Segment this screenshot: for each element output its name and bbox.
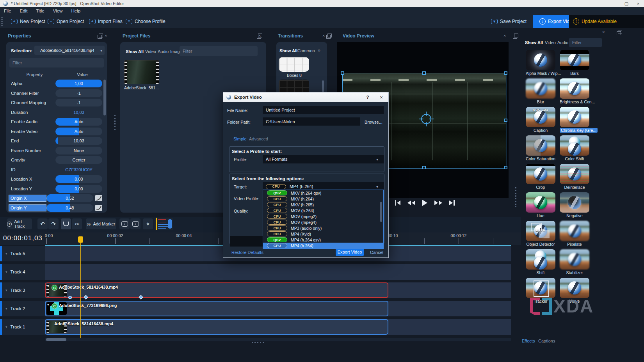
effect-item[interactable]: Color Saturation: [526, 135, 555, 161]
effect-item[interactable]: Alpha Mask / Wip...: [526, 50, 555, 76]
property-value-pill[interactable]: 10,03: [55, 137, 102, 145]
transitions-tab-common[interactable]: Common: [297, 48, 315, 53]
property-row[interactable]: ID GZF320HC0Y: [6, 165, 102, 175]
effect-item[interactable]: Brightness & Con...: [560, 78, 589, 104]
effect-item[interactable]: Crop: [526, 164, 555, 190]
dropdown-item[interactable]: QSV MP4 (h.264 qsv): [263, 237, 383, 243]
effect-thumbnail[interactable]: [526, 135, 555, 156]
snapping-toggle[interactable]: [61, 218, 71, 229]
tab-show-all[interactable]: Show All: [126, 49, 144, 54]
effect-thumbnail[interactable]: ABC 123: [526, 107, 555, 127]
transform-handle-top-right[interactable]: [504, 71, 507, 75]
property-row[interactable]: Location Y 0,00: [6, 184, 102, 194]
tab-advanced[interactable]: Advanced: [249, 137, 268, 141]
track-chevron-icon[interactable]: ▾: [5, 288, 7, 292]
dropdown-item[interactable]: CPU MP4 (Xvid): [263, 231, 383, 237]
property-row[interactable]: Origin Y 0,48: [6, 203, 102, 213]
selection-combo[interactable]: AdobeStock_581416438.mp4 ▾: [34, 46, 105, 55]
property-value-pill[interactable]: Auto: [55, 118, 102, 126]
effect-item[interactable]: Pixelate: [560, 221, 589, 247]
effect-thumbnail[interactable]: [560, 221, 589, 241]
import-files-button[interactable]: + Import Files: [89, 15, 123, 28]
menu-file[interactable]: File: [4, 9, 11, 13]
transform-handle-top-center[interactable]: [422, 71, 426, 75]
choose-profile-button[interactable]: ≡ Choose Profile: [126, 15, 165, 28]
effect-item[interactable]: Bars: [560, 50, 589, 76]
effect-item[interactable]: Color Shift: [560, 135, 589, 161]
target-dropdown-list[interactable]: QSV MKV (h.264 qsv) CPU MKV (h.264) CPU …: [263, 190, 384, 249]
property-value-pill[interactable]: 1,00: [55, 80, 102, 87]
property-value-pill[interactable]: 10,03: [55, 108, 102, 116]
redo-button[interactable]: ↷: [48, 218, 59, 229]
tab-captions[interactable]: Captions: [538, 339, 555, 343]
effect-item[interactable]: ABC 123 Caption: [526, 107, 555, 133]
play-button[interactable]: [422, 200, 427, 206]
track-lane-4[interactable]: [45, 264, 511, 280]
menu-view[interactable]: View: [53, 9, 63, 13]
project-files-filter-input[interactable]: [180, 46, 258, 56]
effect-item[interactable]: Stabilizer: [560, 249, 589, 275]
clip-track3[interactable]: ▾ C AdobeStock_581416438.mp4: [45, 282, 388, 298]
effects-tab-audio[interactable]: Audio: [557, 40, 568, 45]
dropdown-item[interactable]: CPU MOV (mpeg2): [263, 213, 383, 219]
effect-thumbnail[interactable]: [560, 107, 589, 127]
effects-float-icon[interactable]: [617, 31, 621, 35]
dialog-help-button[interactable]: ?: [361, 95, 374, 99]
file-name-input[interactable]: Untitled Project: [263, 106, 384, 114]
dropdown-item[interactable]: CPU MP4 (h.264): [263, 243, 383, 248]
bottom-splitter-handle[interactable]: [252, 342, 265, 343]
effects-filter-input[interactable]: [569, 38, 602, 47]
property-value-pill[interactable]: -1: [55, 99, 102, 106]
effect-thumbnail[interactable]: [526, 278, 555, 298]
effect-thumbnail[interactable]: [560, 278, 589, 298]
property-row[interactable]: Location X 0,00: [6, 174, 102, 184]
jump-start-button[interactable]: [395, 200, 400, 206]
property-row[interactable]: Alpha 1,00: [6, 79, 102, 89]
dialog-titlebar[interactable]: Export Video ? ×: [223, 92, 388, 102]
open-project-button[interactable]: – Open Project: [48, 15, 84, 28]
dialog-cancel-button[interactable]: Cancel: [370, 250, 383, 255]
menu-title[interactable]: Title: [36, 9, 44, 13]
clip-track2[interactable]: ▾ C AdobeStock_773169686.png: [45, 301, 388, 316]
playhead-line[interactable]: [80, 242, 81, 338]
dialog-export-button[interactable]: Export Video: [336, 248, 364, 256]
property-row[interactable]: Enable Audio Auto: [6, 117, 102, 127]
effect-item[interactable]: Chroma Key (Gre...: [560, 107, 589, 133]
fast-forward-button[interactable]: [434, 201, 442, 205]
effect-thumbnail[interactable]: [560, 192, 589, 213]
minimize-button[interactable]: –: [609, 1, 621, 6]
dialog-close-button[interactable]: ×: [374, 94, 388, 100]
effect-thumbnail[interactable]: [560, 78, 589, 99]
playhead-handle[interactable]: [78, 236, 83, 243]
effect-thumbnail[interactable]: [560, 249, 589, 270]
menu-edit[interactable]: Edit: [20, 9, 28, 13]
dropdown-item[interactable]: CPU MKV (h.264): [263, 196, 383, 202]
property-value-pill[interactable]: Auto: [55, 128, 102, 135]
properties-close-icon[interactable]: ×: [105, 33, 107, 38]
keyframe-point[interactable]: [139, 295, 143, 299]
property-row[interactable]: Enable Video Auto: [6, 127, 102, 137]
keyframe-curve-icon[interactable]: [95, 205, 102, 211]
property-row[interactable]: Gravity Center: [6, 155, 102, 165]
dropdown-item[interactable]: CPU MP3 (audio only): [263, 225, 383, 231]
transitions-float-icon[interactable]: [326, 35, 331, 39]
effect-item[interactable]: BETA Object Detector: [526, 221, 555, 247]
track-chevron-icon[interactable]: ▾: [5, 325, 7, 329]
effect-item[interactable]: Deinterlace: [560, 164, 589, 190]
toolbar-drag-handle[interactable]: [1, 17, 3, 26]
tab-effects[interactable]: Effects: [522, 339, 535, 343]
property-row[interactable]: Frame Number None: [6, 146, 102, 156]
timeline-hscroll-thumb[interactable]: [46, 338, 66, 341]
new-project-button[interactable]: + New Project: [11, 15, 45, 28]
video-preview-float-icon[interactable]: [513, 35, 517, 39]
timeline-hscroll-track[interactable]: [45, 338, 511, 341]
track-header-4[interactable]: ▾ Track 4: [2, 264, 45, 280]
keyframe-point[interactable]: [68, 296, 72, 299]
track-header-2[interactable]: ▾ Track 2: [2, 301, 45, 316]
profile-combo[interactable]: All Formats ▾: [263, 155, 384, 163]
transform-handle-mid-right[interactable]: [504, 119, 507, 122]
keyframe-point[interactable]: [84, 295, 88, 299]
transitions-more-icon[interactable]: »: [318, 48, 320, 53]
razor-tool-button[interactable]: ✂: [72, 218, 82, 229]
properties-float-icon[interactable]: [98, 35, 102, 39]
